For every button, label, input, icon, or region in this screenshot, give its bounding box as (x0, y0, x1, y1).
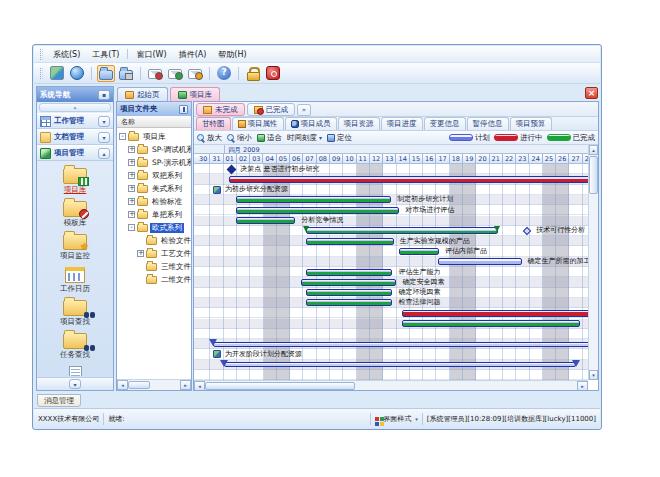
menu-item[interactable]: 插件(A) (173, 47, 213, 62)
menu-item[interactable]: 帮助(H) (212, 47, 252, 62)
scroll-left-icon[interactable]: ◂ (194, 381, 205, 391)
task-note-icon[interactable] (213, 350, 221, 358)
view-tab-未完成[interactable]: 未完成 (196, 103, 245, 116)
sidebar-item-项目库[interactable]: 项目库 (37, 165, 113, 195)
message-management-tab[interactable]: 消息管理 (37, 394, 81, 407)
task-bar[interactable] (236, 217, 296, 224)
more-tabs-button[interactable]: » (297, 104, 311, 116)
chevron-down-icon[interactable]: ▾ (98, 116, 110, 127)
task-bar[interactable] (306, 289, 392, 296)
sidebar-options-button[interactable]: ▪ (98, 90, 110, 100)
sidebar-item-工作日历[interactable]: 工作日历 (37, 264, 113, 294)
task-bar[interactable] (402, 320, 580, 327)
scroll-down-icon[interactable]: ▾ (589, 370, 598, 380)
tree-row-SP-演示机系[interactable]: +SP-演示机系 (117, 156, 191, 169)
menu-item[interactable]: 系统(S) (47, 47, 86, 62)
sidebar-scroll-more[interactable]: ▾ (37, 377, 113, 390)
scroll-thumb[interactable] (205, 382, 355, 390)
section-tab-变更信息[interactable]: 变更信息 (424, 117, 466, 130)
tree-row-工艺文件[interactable]: +工艺文件 (117, 247, 191, 260)
mail-pending-icon[interactable] (186, 65, 204, 81)
task-bar[interactable] (306, 299, 392, 306)
task-bar[interactable] (236, 196, 392, 203)
expand-icon[interactable]: + (128, 185, 135, 192)
task-bar[interactable] (399, 248, 439, 255)
tree-row-项目库[interactable]: -项目库 (117, 130, 191, 143)
tree-row-检验标准[interactable]: +检验标准 (117, 195, 191, 208)
tree-row-单把系列[interactable]: +单把系列 (117, 208, 191, 221)
task-bar[interactable] (301, 279, 397, 286)
pin-icon[interactable] (179, 105, 188, 114)
sidebar-item-模板库[interactable]: 模板库 (37, 198, 113, 228)
scroll-left-icon[interactable]: ◂ (117, 380, 128, 390)
expand-icon[interactable]: + (128, 172, 135, 179)
task-bar[interactable] (402, 310, 588, 317)
task-bar[interactable] (306, 238, 394, 245)
tree-horizontal-scrollbar[interactable]: ◂ ▸ (117, 379, 191, 390)
image-icon[interactable] (48, 64, 66, 82)
section-tab-项目预算[interactable]: 项目预算 (510, 117, 552, 130)
sidebar-group-项目管理[interactable]: 项目管理▴ (37, 145, 113, 161)
tree-row-二维文件[interactable]: 二维文件 (117, 273, 191, 286)
open-folder-icon[interactable] (97, 65, 115, 82)
help-icon[interactable]: ? (215, 64, 233, 82)
exit-icon[interactable] (264, 64, 282, 82)
tree-row-SP-调试机系[interactable]: +SP-调试机系 (117, 143, 191, 156)
tree-row-检验文件[interactable]: 检验文件 (117, 234, 191, 247)
task-bar[interactable] (213, 342, 588, 347)
tree-row-双把系列[interactable]: +双把系列 (117, 169, 191, 182)
close-tab-button[interactable]: × (585, 87, 598, 99)
tree-row-三维文件[interactable]: 三维文件 (117, 260, 191, 273)
sidebar-group-文档管理[interactable]: 文档管理▾ (37, 129, 113, 145)
task-bar[interactable] (306, 269, 392, 276)
scroll-thumb[interactable] (128, 381, 150, 389)
sidebar-scroll-up-button[interactable]: ▴ (39, 103, 111, 112)
tab-起始页[interactable]: 起始页 (117, 87, 168, 101)
section-tab-项目资源[interactable]: 项目资源 (338, 117, 380, 130)
expand-icon[interactable]: + (128, 211, 135, 218)
task-note-icon[interactable] (213, 186, 221, 194)
expand-icon[interactable]: + (128, 198, 135, 205)
section-tab-暂停信息[interactable]: 暂停信息 (467, 117, 509, 130)
mail-receive-icon[interactable] (166, 65, 184, 81)
lock-icon[interactable] (244, 64, 262, 82)
collapse-icon[interactable]: - (128, 224, 135, 231)
section-tab-项目进度[interactable]: 项目进度 (381, 117, 423, 130)
scroll-up-icon[interactable]: ▴ (589, 145, 598, 155)
chevron-down-icon[interactable]: ▾ (98, 132, 110, 143)
expand-icon[interactable]: + (128, 159, 135, 166)
gantt-horizontal-scrollbar[interactable]: ◂ ▸ (194, 380, 588, 391)
scroll-thumb[interactable] (589, 156, 598, 194)
task-bar[interactable] (229, 176, 588, 183)
task-bar[interactable] (306, 227, 498, 234)
ui-style-selector[interactable]: 界面样式 (383, 414, 411, 424)
tab-项目库[interactable]: 项目库 (170, 87, 221, 101)
sidebar-item-项目查找[interactable]: 项目查找 (37, 297, 113, 327)
sidebar-item-项目监控[interactable]: ★项目监控 (37, 231, 113, 261)
sidebar-group-工作管理[interactable]: 工作管理▾ (37, 113, 113, 129)
menu-item[interactable]: 窗口(W) (130, 47, 172, 62)
view-tab-已完成[interactable]: 已完成 (247, 103, 296, 116)
sidebar-item-任务查找[interactable]: 任务查找 (37, 330, 113, 360)
chevron-up-icon[interactable]: ▴ (98, 148, 110, 159)
scroll-right-icon[interactable]: ▸ (180, 380, 191, 390)
mail-remove-icon[interactable] (146, 65, 164, 81)
section-tab-项目属性[interactable]: 项目属性 (232, 117, 284, 130)
tool-适合[interactable]: 适合 (257, 133, 282, 143)
menu-item[interactable]: 工具(T) (86, 47, 125, 62)
expand-icon[interactable]: + (137, 250, 144, 257)
gantt-vertical-scrollbar[interactable]: ▴ ▾ (588, 145, 598, 380)
sidebar-item-项目文档查找[interactable]: 项目文档查找 (37, 363, 113, 376)
task-bar[interactable] (438, 258, 522, 265)
tool-时间刻度[interactable]: 时间刻度▾ (287, 133, 322, 143)
tree-row-欧式系列[interactable]: -欧式系列 (117, 221, 191, 234)
tool-缩小[interactable]: 缩小 (227, 133, 252, 143)
scroll-right-icon[interactable]: ▸ (577, 381, 588, 391)
tool-放大[interactable]: 放大 (197, 133, 222, 143)
tool-定位[interactable]: 定位 (327, 133, 352, 143)
save-folder-icon[interactable] (117, 65, 135, 82)
section-tab-项目成员[interactable]: 项目成员 (285, 117, 337, 130)
collapse-icon[interactable]: - (119, 133, 126, 140)
globe-icon[interactable] (68, 64, 86, 82)
task-bar[interactable] (224, 362, 576, 367)
